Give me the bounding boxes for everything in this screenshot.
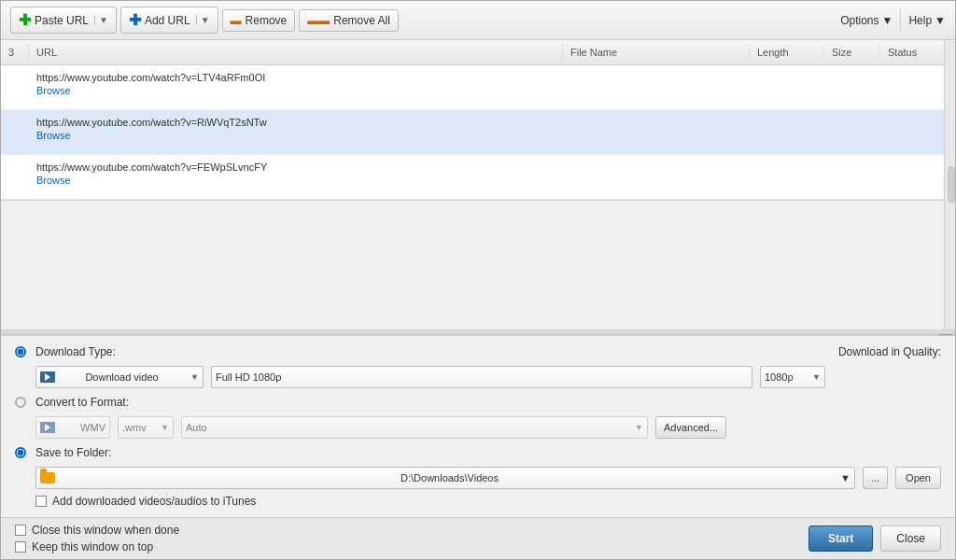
convert-dropdowns-row: WMV .wmv ▼ Auto ▼ Advanced...: [35, 416, 941, 439]
format-value: WMV: [80, 422, 105, 433]
paste-url-button[interactable]: ✚ Paste URL ▼: [10, 7, 117, 34]
add-url-icon: ✚: [129, 11, 141, 29]
length-cell: [750, 69, 824, 75]
add-url-label: Add URL: [145, 14, 190, 27]
ext-select[interactable]: .wmv ▼: [118, 416, 174, 439]
itunes-checkbox[interactable]: [35, 496, 47, 507]
quality-short-value: 1080p: [765, 371, 794, 383]
scrollbar-thumb[interactable]: [948, 166, 955, 203]
itunes-label: Add downloaded videos/audios to iTunes: [52, 495, 256, 508]
url-cell: https://www.youtube.com/watch?v=FEWpSLvn…: [29, 159, 563, 189]
close-when-done-checkbox[interactable]: [15, 525, 26, 536]
download-type-arrow-icon: ▼: [190, 372, 199, 382]
url-cell: https://www.youtube.com/watch?v=RiWVqT2s…: [29, 114, 563, 144]
ext-value: .wmv: [122, 422, 147, 433]
table-area-wrapper: 3 URL File Name Length Size Status https…: [1, 40, 955, 329]
advanced-button[interactable]: Advanced...: [655, 416, 726, 439]
quality-value: Full HD 1080p: [216, 371, 281, 383]
options-arrow-icon: ▼: [882, 14, 893, 27]
folder-icon: [40, 472, 55, 483]
table-area: 3 URL File Name Length Size Status https…: [1, 40, 955, 201]
quality-short-select[interactable]: 1080p ▼: [760, 366, 825, 388]
size-cell: [824, 114, 880, 119]
browse-link[interactable]: Browse: [36, 130, 555, 141]
options-label: Options: [840, 14, 879, 27]
length-cell: [750, 159, 824, 164]
remove-button[interactable]: ▬ Remove: [222, 9, 296, 32]
col-url: URL: [29, 44, 563, 61]
remove-icon: ▬: [231, 14, 242, 27]
close-button[interactable]: Close: [880, 525, 941, 552]
remove-all-button[interactable]: ▬▬ Remove All: [299, 9, 399, 32]
convert-row: Convert to Format:: [15, 396, 941, 409]
filename-cell: [563, 159, 750, 164]
options-button[interactable]: Options ▼: [840, 14, 893, 27]
open-folder-button[interactable]: Open: [895, 467, 941, 489]
download-quality-label: Download in Quality:: [838, 345, 941, 358]
col-filename: File Name: [563, 44, 750, 61]
table-header: 3 URL File Name Length Size Status: [1, 40, 955, 65]
keep-on-top-checkbox[interactable]: [15, 541, 26, 553]
footer: Close this window when done Keep this wi…: [1, 517, 955, 559]
auto-value: Auto: [186, 422, 207, 433]
remove-all-icon: ▬▬: [307, 14, 330, 27]
footer-buttons: Start Close: [808, 525, 941, 552]
quality-arrow-icon: ▼: [812, 372, 821, 382]
path-arrow-icon: ▼: [840, 472, 851, 483]
length-cell: [750, 114, 824, 119]
download-type-value: Download video: [85, 371, 158, 383]
main-window: ✚ Paste URL ▼ ✚ Add URL ▼ ▬ Remove ▬▬ Re…: [0, 0, 956, 560]
auto-select[interactable]: Auto ▼: [181, 416, 648, 439]
download-type-radio[interactable]: [15, 346, 26, 357]
table-row[interactable]: https://www.youtube.com/watch?v=LTV4aRFm…: [1, 65, 955, 110]
save-folder-row: Save to Folder:: [15, 446, 941, 459]
save-path-select[interactable]: D:\Downloads\Videos ▼: [35, 467, 855, 489]
save-path-value: D:\Downloads\Videos: [401, 472, 499, 483]
keep-on-top-row: Keep this window on top: [15, 540, 179, 553]
help-label: Help: [908, 14, 932, 27]
help-arrow-icon: ▼: [935, 14, 946, 27]
convert-label: Convert to Format:: [35, 396, 129, 409]
col-size: Size: [824, 44, 880, 61]
size-cell: [824, 159, 880, 164]
add-url-button[interactable]: ✚ Add URL ▼: [120, 7, 218, 34]
download-type-select[interactable]: Download video ▼: [35, 366, 204, 388]
col-num: 3: [1, 44, 29, 61]
download-dropdowns-row: Download video ▼ Full HD 1080p 1080p ▼: [35, 366, 941, 388]
download-type-label: Download Type:: [35, 345, 116, 358]
convert-radio[interactable]: [15, 397, 26, 408]
browse-folder-button[interactable]: ...: [863, 467, 888, 489]
url-text: https://www.youtube.com/watch?v=RiWVqT2s…: [36, 117, 555, 128]
row-num: [1, 114, 29, 121]
settings-panel: Download Type: Download in Quality: Down…: [1, 335, 955, 517]
table-row[interactable]: https://www.youtube.com/watch?v=RiWVqT2s…: [1, 110, 955, 155]
scrollbar-track[interactable]: [944, 40, 955, 329]
save-folder-radio[interactable]: [15, 447, 26, 458]
remove-label: Remove: [246, 14, 288, 27]
start-button[interactable]: Start: [808, 525, 873, 552]
keep-on-top-label: Keep this window on top: [32, 540, 153, 553]
remove-all-label: Remove All: [333, 14, 390, 27]
quality-select[interactable]: Full HD 1080p: [211, 366, 752, 388]
close-when-done-row: Close this window when done: [15, 524, 179, 537]
save-folder-label: Save to Folder:: [35, 446, 111, 459]
paste-url-label: Paste URL: [35, 14, 89, 27]
col-length: Length: [750, 44, 824, 61]
auto-arrow-icon: ▼: [635, 423, 643, 432]
url-text: https://www.youtube.com/watch?v=FEWpSLvn…: [36, 161, 555, 173]
format-video-icon: [40, 422, 55, 433]
size-cell: [824, 69, 880, 75]
table-row[interactable]: https://www.youtube.com/watch?v=FEWpSLvn…: [1, 155, 955, 200]
paste-url-arrow-icon[interactable]: ▼: [94, 15, 108, 25]
download-type-row: Download Type: Download in Quality:: [15, 345, 941, 358]
url-text: https://www.youtube.com/watch?v=LTV4aRFm…: [36, 72, 555, 83]
paste-url-icon: ✚: [19, 11, 31, 29]
format-select[interactable]: WMV: [35, 416, 110, 439]
ext-arrow-icon: ▼: [161, 423, 169, 432]
help-button[interactable]: Help ▼: [908, 14, 946, 27]
filename-cell: [563, 69, 750, 75]
browse-link[interactable]: Browse: [36, 175, 555, 186]
add-url-arrow-icon[interactable]: ▼: [196, 15, 210, 25]
footer-checks: Close this window when done Keep this wi…: [15, 524, 179, 553]
browse-link[interactable]: Browse: [36, 85, 555, 96]
